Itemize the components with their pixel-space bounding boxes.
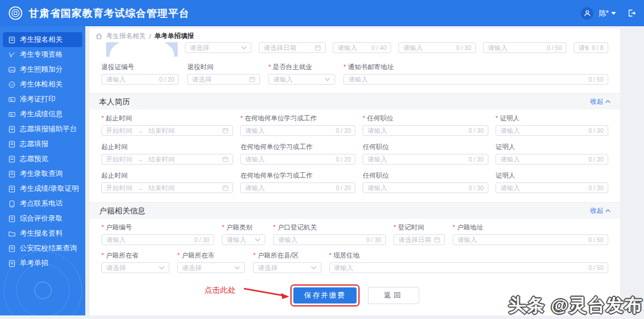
county-select[interactable]: 请选择 — [253, 262, 321, 273]
text-input[interactable] — [403, 44, 453, 51]
text-input[interactable] — [367, 127, 465, 134]
text-input[interactable] — [578, 44, 589, 51]
calendar-icon — [315, 45, 321, 51]
veteran-id-field[interactable]: 0 / 20 — [101, 74, 179, 85]
text-input[interactable] — [106, 76, 156, 83]
text-input[interactable] — [338, 44, 368, 51]
text-input[interactable] — [278, 236, 363, 243]
sidebar-item-admission-query[interactable]: 考生录取查询 — [0, 166, 82, 181]
sidebar-item-registration-materials[interactable]: 考生报名资料 — [0, 226, 82, 241]
position-field[interactable]: 0 / 30 — [363, 154, 488, 165]
field-label: 户籍所在市 — [181, 252, 214, 259]
sidebar-item-comprehensive-eval[interactable]: 综合评价录取 — [0, 211, 82, 226]
required-mark: * — [343, 63, 346, 70]
veteran-info-row: 退役证编号 0 / 20 退役时间 请选择 — [101, 63, 608, 85]
registry-office-field[interactable]: 0 / 30 — [273, 234, 386, 245]
user-avatar[interactable] — [581, 7, 593, 20]
city-select[interactable]: 请选择 — [177, 262, 245, 273]
text-input[interactable] — [500, 127, 585, 134]
household-id-field[interactable]: 0 / 30 — [101, 234, 214, 245]
text-input[interactable] — [500, 156, 585, 163]
text-input[interactable] — [367, 184, 465, 191]
logout-icon — [627, 9, 636, 17]
sidebar-item-volunteer-fill[interactable]: 志愿填报 — [0, 137, 82, 151]
household-type-select[interactable]: 请输入 — [222, 234, 265, 245]
sidebar-item-admission-ticket[interactable]: 准考证打印 — [0, 92, 82, 107]
self-employment-select[interactable]: 请输入 — [268, 74, 335, 85]
field-label: 起止时间 — [101, 172, 128, 179]
person-icon — [584, 10, 591, 17]
check-circle-icon — [8, 81, 16, 88]
char-counter: 0 / 30 — [469, 156, 484, 163]
text-input[interactable] — [367, 156, 465, 163]
user-menu[interactable]: 陈* — [599, 8, 616, 18]
sidebar-nav: 考生报名相关 考生专项资格 考生照顾加分 考生体检相关 准考证打印 考生成绩信息… — [0, 26, 85, 315]
household-row: *户籍编号 0 / 30 *户籍类别 请输入 — [101, 224, 608, 245]
candidate-photo-placeholder[interactable] — [106, 42, 178, 57]
text-input[interactable] — [488, 44, 543, 51]
position-field[interactable]: 0 / 30 — [363, 182, 488, 193]
text-input[interactable] — [500, 184, 585, 191]
sidebar-item-volunteer-preview[interactable]: 志愿预览 — [0, 151, 82, 166]
witness-field[interactable]: 0 / 30 — [496, 154, 608, 165]
witness-field[interactable]: 0 / 30 — [496, 182, 608, 193]
veteran-date-picker[interactable]: 请选择 — [187, 74, 260, 85]
household-row: *户籍所在省 请选择 *户籍所在市 请选择 — [101, 252, 608, 273]
char-counter: 0 / 30 — [589, 185, 603, 191]
sidebar-item-volunteer-assist[interactable]: 志愿填报辅助平台 — [0, 122, 82, 137]
clipped-input-4[interactable]: 0 / 8 — [574, 42, 608, 53]
work-place-field[interactable]: 0 / 20 — [240, 125, 355, 136]
breadcrumb-parent[interactable]: 考生报名相关 — [106, 32, 145, 41]
work-place-field[interactable]: 0 / 20 — [240, 182, 355, 193]
work-place-field[interactable]: 0 / 20 — [240, 154, 355, 165]
field-group-veteran-date: 退役时间 请选择 — [187, 63, 260, 85]
period-range-picker[interactable]: 开始时间 → 结束时间 — [101, 125, 233, 136]
collapse-toggle[interactable]: 收起 — [590, 97, 611, 106]
text-input[interactable] — [245, 127, 332, 134]
sidebar-item-contact-phone[interactable]: 考点联系电话 — [0, 196, 82, 211]
field-label: 户口登记机关 — [277, 224, 317, 231]
field-label: 户籍地址 — [457, 224, 483, 231]
registry-date-picker[interactable]: 请选择日期 — [394, 234, 445, 245]
sidebar-item-label: 志愿填报辅助平台 — [20, 124, 77, 134]
clipped-input-1[interactable]: 0 / 40 — [333, 42, 391, 53]
collapse-toggle[interactable]: 收起 — [590, 206, 611, 215]
field-label: 户籍类别 — [226, 224, 252, 231]
sidebar-item-bonus-points[interactable]: 考生照顾加分 — [0, 62, 82, 77]
position-field[interactable]: 0 / 30 — [363, 125, 488, 136]
text-input[interactable] — [334, 264, 585, 271]
field-label: 户籍所在县/区 — [258, 252, 299, 259]
sidebar-item-special-qualification[interactable]: 考生专项资格 — [0, 47, 82, 62]
clipped-date-picker[interactable]: 请选择日期 — [259, 42, 326, 53]
text-input[interactable] — [457, 236, 585, 243]
save-and-pay-button[interactable]: 保存并缴费 — [293, 287, 357, 303]
residence-field[interactable]: 0 / 50 — [329, 262, 608, 273]
period-range-picker[interactable]: 开始时间 → 结束时间 — [101, 154, 233, 165]
household-address-field[interactable]: 0 / 50 — [453, 234, 608, 245]
document-icon — [8, 141, 16, 148]
sidebar-item-scores[interactable]: 考生成绩信息 — [0, 107, 82, 122]
field-label: 通知书邮寄地址 — [348, 63, 394, 70]
required-mark: * — [101, 224, 104, 231]
sidebar-item-score-proof[interactable]: 考生成绩/录取证明 — [0, 181, 82, 196]
sidebar-item-physical-exam[interactable]: 考生体检相关 — [0, 77, 82, 92]
field-label: 任何职位 — [367, 114, 394, 122]
text-input[interactable] — [106, 236, 191, 243]
text-input[interactable] — [348, 76, 585, 83]
logout-button[interactable] — [627, 9, 636, 17]
char-counter: 0 / 30 — [456, 45, 471, 51]
section-header-resume: 本人简历 收起 — [89, 93, 620, 110]
period-range-picker[interactable]: 开始时间 → 结束时间 — [101, 182, 233, 193]
back-button[interactable]: 返回 — [368, 287, 419, 304]
required-mark: * — [240, 114, 243, 122]
province-select[interactable]: 请选择 — [101, 262, 169, 273]
mail-address-field[interactable]: 0 / 50 — [343, 74, 608, 85]
clipped-input-2[interactable]: 0 / 30 — [398, 42, 476, 53]
clipped-select[interactable]: 请选择 — [185, 42, 252, 53]
clipped-input-3[interactable]: 0 / 50 — [483, 42, 566, 53]
witness-field[interactable]: 0 / 30 — [496, 125, 608, 136]
text-input[interactable] — [245, 156, 332, 163]
calendar-icon — [222, 185, 228, 191]
sidebar-item-registration[interactable]: 考生报名相关 — [3, 32, 82, 47]
text-input[interactable] — [245, 184, 332, 191]
